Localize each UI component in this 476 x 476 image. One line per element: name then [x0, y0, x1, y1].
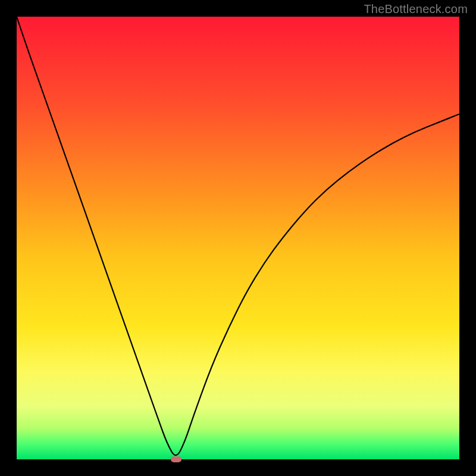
- min-marker: [171, 456, 181, 462]
- watermark-text: TheBottleneck.com: [362, 2, 469, 16]
- plot-area: [17, 17, 459, 459]
- curve-layer: [17, 17, 459, 459]
- bottleneck-curve: [17, 17, 459, 455]
- outer-frame: TheBottleneck.com: [0, 0, 476, 476]
